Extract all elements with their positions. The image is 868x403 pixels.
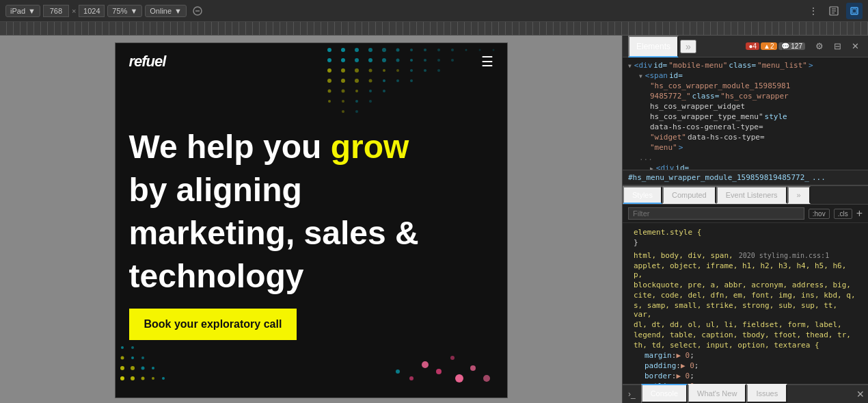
svg-point-43	[327, 90, 331, 93]
svg-point-68	[422, 361, 429, 368]
dom-class-cont2: hs_cos_wrapper_type_menu"	[650, 112, 763, 121]
devtools-header-icons: ⚙ ⊟ ✕	[812, 39, 863, 54]
expand-arrow[interactable]	[650, 165, 653, 170]
val-border: ▶ 0	[676, 372, 690, 380]
style-line-close-element: }	[628, 237, 863, 248]
cta-button[interactable]: Book your exploratory call	[129, 309, 297, 340]
hamburger-menu[interactable]: ☰	[481, 53, 493, 70]
style-line-reset5: s, samp, small, strike, strong, sub, sup…	[628, 300, 863, 320]
dom-attr-val-id2: 9485772_"	[650, 92, 691, 101]
svg-point-60	[131, 366, 135, 370]
dom-line-9[interactable]: "menu">	[623, 142, 868, 153]
style-line-reset3: blockquote, pre, a, abbr, acronym, addre…	[628, 280, 863, 290]
tab-console[interactable]: Console	[641, 384, 688, 403]
style-line-reset-selector: html, body, div, span, 2020 styling.min.…	[628, 250, 863, 261]
svg-point-63	[120, 356, 124, 360]
dom-line-4[interactable]: 9485772_" class="hs_cos_wrapper	[623, 91, 868, 101]
svg-rect-3	[852, 9, 856, 13]
add-style-button[interactable]: +	[856, 207, 863, 220]
dom-widget-val: "widget"	[650, 133, 686, 142]
colon-3: :	[672, 372, 677, 380]
semi-3: ;	[690, 372, 694, 380]
width-input[interactable]	[43, 5, 69, 17]
svg-point-66	[121, 346, 124, 349]
styles-filter-input[interactable]	[628, 207, 804, 220]
more-options-button[interactable]: ⋮	[805, 3, 822, 19]
close-bottom-bar-button[interactable]: ✕	[853, 387, 868, 402]
device-label: iPad	[10, 7, 25, 15]
tab-whats-new[interactable]: What's New	[688, 384, 746, 403]
styles-filter-row: :hov .cls +	[623, 205, 868, 223]
dom-id-attr2: id=	[675, 164, 689, 170]
cls-pseudo-button[interactable]: .cls	[834, 209, 852, 219]
settings-icon-button[interactable]: ⚙	[812, 39, 827, 54]
tab-more-styles[interactable]: »	[787, 186, 811, 204]
svg-point-50	[355, 100, 358, 103]
site-logo: refuel	[129, 53, 166, 70]
dom-line-3[interactable]: "hs_cos_wrapper_module_15985981	[623, 81, 868, 91]
hero-heading-4: technology	[129, 259, 493, 295]
colon-2: :	[676, 361, 681, 370]
network-selector[interactable]: Online ▼	[145, 5, 187, 17]
network-label: Online	[150, 7, 172, 15]
dom-line-10[interactable]: ...	[623, 153, 868, 163]
inspect-element-button[interactable]	[826, 3, 842, 19]
dock-side-button[interactable]: ⊟	[830, 39, 845, 54]
tab-elements[interactable]: Elements	[628, 36, 679, 57]
dom-line-5[interactable]: hs_cos_wrapper_widget	[623, 101, 868, 112]
warning-badge: ▲2	[761, 42, 776, 50]
zoom-label: 75%	[112, 7, 127, 15]
close-devtools-button[interactable]: ✕	[847, 39, 863, 54]
breadcrumb-selector[interactable]: #hs_menu_wrapper_module_159859819485772_	[628, 173, 809, 182]
device-frame: refuel ☰ We help you grow by aligning ma…	[115, 42, 508, 398]
hero-heading-3: marketing, sales &	[129, 216, 493, 252]
height-input[interactable]	[79, 5, 105, 17]
heading-text-1: We help you	[129, 129, 331, 165]
dom-close-bracket: >	[679, 143, 683, 152]
tab-issues[interactable]: Issues	[746, 384, 787, 403]
error-badge: ●4	[746, 42, 759, 50]
tab-styles[interactable]: Styles	[623, 186, 662, 204]
device-mode-button[interactable]	[846, 3, 863, 19]
dom-line-11[interactable]: <div id=	[623, 163, 868, 170]
dom-style-attr: style	[765, 112, 787, 121]
message-badge: 💬 127	[778, 42, 805, 50]
svg-point-49	[342, 100, 344, 103]
styles-content: element.style { } html, body, div, span,…	[623, 223, 868, 384]
tab-event-listeners[interactable]: Event Listeners	[716, 186, 787, 204]
hero-section: refuel ☰ We help you grow by aligning ma…	[116, 43, 507, 398]
style-source-link[interactable]: 2020 styling.min.css:1	[739, 252, 829, 259]
more-tabs-button[interactable]: »	[680, 40, 696, 53]
expand-arrow[interactable]	[639, 73, 642, 79]
prop-padding: padding	[645, 361, 676, 370]
expand-arrow[interactable]	[628, 62, 632, 69]
dom-tag-close: >	[809, 61, 813, 70]
hov-pseudo-button[interactable]: :hov	[809, 209, 830, 219]
dom-line-1[interactable]: <div id="mobile-menu" class="menu_list" …	[623, 60, 868, 70]
svg-point-71	[409, 376, 413, 380]
prop-border: border	[645, 372, 672, 380]
dom-line-2[interactable]: <span id=	[623, 70, 868, 81]
dom-line-7[interactable]: data-hs-cos-general-type=	[623, 122, 868, 132]
dom-line-6[interactable]: hs_cos_wrapper_type_menu" style	[623, 112, 868, 122]
chevron-down-icon: ▼	[28, 7, 36, 15]
style-line-reset4: cite, code, del, dfn, em, font, img, ins…	[628, 290, 863, 300]
zoom-selector[interactable]: 75% ▼	[107, 5, 142, 17]
no-throttle-icon[interactable]	[189, 3, 206, 19]
tab-computed[interactable]: Computed	[662, 186, 716, 204]
chevron-down-icon: ▼	[174, 7, 182, 15]
dom-tree[interactable]: <div id="mobile-menu" class="menu_list" …	[623, 57, 868, 170]
svg-point-65	[141, 356, 144, 359]
toolbar-left: iPad ▼ × 75% ▼ Online ▼	[5, 3, 206, 19]
reset-selector-2: applet, object, iframe, h1, h2, h3, h4, …	[634, 261, 857, 279]
style-block-element: element.style { }	[623, 226, 868, 249]
dom-data-attr: data-hs-cos-general-type=	[650, 122, 763, 131]
devtools-bottom-bar: ›_ Console What's New Issues ✕	[623, 384, 868, 403]
console-prompt-icon[interactable]: ›_	[623, 387, 641, 402]
heading-text-3: marketing, sales &	[129, 215, 419, 251]
svg-point-55	[131, 376, 135, 380]
device-selector[interactable]: iPad ▼	[5, 5, 40, 17]
style-line-reset7: legend, table, caption, tbody, tfoot, th…	[628, 330, 863, 340]
prop-margin: margin	[645, 351, 672, 360]
dom-line-8[interactable]: "widget" data-hs-cos-type=	[623, 132, 868, 142]
